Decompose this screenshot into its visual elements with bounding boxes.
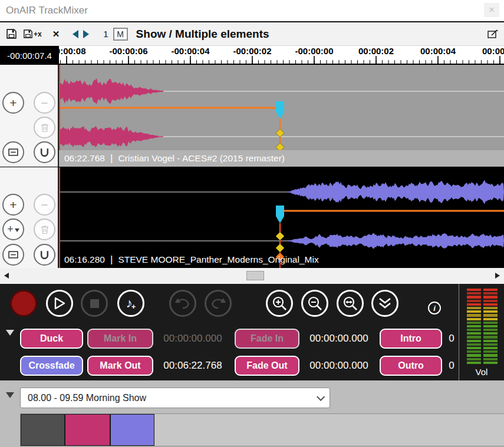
vu-segment xyxy=(483,310,498,313)
delete-track-button[interactable] xyxy=(34,218,55,240)
divider: | xyxy=(110,254,113,266)
vu-segment xyxy=(483,350,498,353)
outro-button[interactable]: Outro xyxy=(380,356,442,376)
vu-segment xyxy=(467,289,481,291)
element-list-button[interactable] xyxy=(2,141,24,163)
svg-text:00:00:02: 00:00:02 xyxy=(358,46,394,56)
vu-segment xyxy=(467,347,481,349)
add-element-button[interactable]: + xyxy=(2,194,24,216)
undo-button[interactable] xyxy=(169,290,196,317)
track-1: + − 06:22.768 | xyxy=(0,65,504,167)
prev-arrow-button[interactable] xyxy=(73,30,78,38)
trash-icon xyxy=(41,123,49,133)
next-arrow-button[interactable] xyxy=(83,30,89,38)
playlist-block[interactable] xyxy=(110,414,154,446)
zoom-fit-button[interactable] xyxy=(337,290,364,317)
fade-in-button[interactable]: Fade In xyxy=(235,329,299,349)
collapse-triangle-icon[interactable] xyxy=(6,330,14,340)
playlist-block[interactable] xyxy=(21,414,65,446)
scroll-left-arrow[interactable] xyxy=(4,273,9,279)
trackmixer-window: OnAIR TrackMixer × +x ✕ 1 M Show / Multi… xyxy=(0,0,504,447)
track-1-controls: + − xyxy=(0,65,59,167)
play-icon xyxy=(53,296,66,310)
horizontal-scrollbar[interactable] xyxy=(0,268,504,284)
page-title: Show / Multiple elements xyxy=(136,28,269,41)
scroll-right-arrow[interactable] xyxy=(495,273,500,279)
track-2-waveform-area[interactable]: 06:16.280 | STEVE MOORE_Panther_Moderns_… xyxy=(59,167,504,268)
vu-segment xyxy=(467,329,481,331)
vu-segment xyxy=(467,340,481,342)
fade-in-time: 00:00:00.000 xyxy=(302,329,376,349)
ruler-scale[interactable]: -00:00:08-00:00:06-00:00:04-00:00:02-00:… xyxy=(59,46,504,65)
stop-button[interactable] xyxy=(81,290,108,317)
vu-segment xyxy=(467,292,481,294)
svg-text:-00:00:08: -00:00:08 xyxy=(59,46,86,56)
vu-segment xyxy=(483,354,498,356)
add-element-button[interactable]: + xyxy=(2,92,24,114)
zoom-out-icon xyxy=(307,295,323,312)
vu-segment xyxy=(483,362,498,364)
marker-mode-button[interactable]: M xyxy=(113,28,128,41)
record-button[interactable] xyxy=(10,290,37,317)
zoom-in-button[interactable] xyxy=(266,290,293,317)
vu-segment xyxy=(467,300,481,302)
zoom-out-button[interactable] xyxy=(301,290,328,317)
hook-button[interactable] xyxy=(34,141,55,163)
save-button[interactable] xyxy=(6,28,17,39)
redo-button[interactable] xyxy=(205,290,232,317)
show-select-dropdown[interactable]: 08.00 - 09.59 Morning Show xyxy=(20,388,330,408)
floppy-icon xyxy=(6,28,17,39)
add-jingle-button[interactable]: ♪+ xyxy=(117,290,144,317)
track-2-length: 06:16.280 xyxy=(64,254,105,265)
delete-track-button[interactable] xyxy=(34,117,55,138)
hook-button[interactable] xyxy=(34,244,55,266)
chevron-down-icon xyxy=(317,392,325,400)
fade-out-button[interactable]: Fade Out xyxy=(235,356,299,376)
playlist-block-bar[interactable] xyxy=(20,413,504,446)
remove-element-button[interactable]: − xyxy=(34,194,55,216)
intro-time: 0 xyxy=(446,329,457,349)
window-close-button[interactable]: × xyxy=(484,3,499,17)
remove-element-button[interactable]: ✕ xyxy=(52,29,60,39)
add-element-below-button[interactable]: + xyxy=(2,218,24,240)
info-button[interactable]: i xyxy=(428,302,441,314)
play-button[interactable] xyxy=(46,290,73,317)
control-panel: ♪+ i Duck xyxy=(0,284,504,380)
show-select-value: 08.00 - 09.59 Morning Show xyxy=(28,393,146,403)
crossfade-button[interactable]: Crossfade xyxy=(20,356,83,376)
trash-icon xyxy=(41,225,49,234)
duck-button[interactable]: Duck xyxy=(20,329,83,349)
vu-segment xyxy=(483,314,498,316)
page-number: 1 xyxy=(103,29,108,39)
expand-down-button[interactable] xyxy=(371,290,398,317)
vu-segment xyxy=(483,300,498,302)
element-list-button[interactable] xyxy=(2,244,24,266)
scrollbar-thumb[interactable] xyxy=(246,271,264,280)
mark-in-button[interactable]: Mark In xyxy=(87,329,153,349)
annotation-button[interactable] xyxy=(487,29,498,39)
transport-bar: ♪+ i xyxy=(0,284,459,323)
track-1-length: 06:22.768 xyxy=(64,153,105,164)
window-title: OnAIR TrackMixer xyxy=(6,5,88,16)
remove-element-button[interactable]: − xyxy=(34,92,55,114)
vu-segment xyxy=(483,336,498,338)
stop-icon xyxy=(90,299,99,308)
divider: | xyxy=(110,153,113,164)
vu-segment xyxy=(483,340,498,342)
edit-row-1: Duck Mark In 00:00:00.000 Fade In 00:00:… xyxy=(0,323,459,353)
element-box-icon xyxy=(8,251,18,259)
element-box-icon xyxy=(8,148,18,156)
collapse-triangle-icon[interactable] xyxy=(6,392,14,402)
zoom-fit-icon xyxy=(342,295,358,312)
playhead-position-display: -00:00:07.4 xyxy=(0,46,59,65)
intro-button[interactable]: Intro xyxy=(380,329,442,349)
vu-segment xyxy=(483,325,498,327)
vu-segment xyxy=(483,318,498,320)
track-1-waveform-area[interactable]: 06:22.768 | Cristian Vogel - ACES#2 (201… xyxy=(59,65,504,167)
playlist-block[interactable] xyxy=(65,414,110,446)
mark-out-button[interactable]: Mark Out xyxy=(87,356,153,376)
save-and-remove-button[interactable]: +x xyxy=(23,29,42,39)
vu-segment xyxy=(467,310,481,313)
vu-segment xyxy=(467,318,481,320)
vu-segment xyxy=(483,332,498,335)
